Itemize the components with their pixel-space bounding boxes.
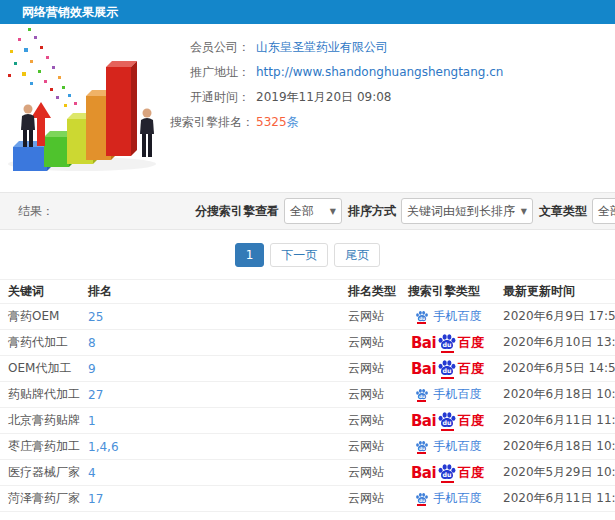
col-header-updated: 最新更新时间	[495, 280, 615, 304]
table-row: 膏药代加工8云网站Baidu百度2020年6月10日 13:40	[0, 330, 615, 356]
mobile-baidu-logo: du手机百度	[414, 386, 482, 403]
keyword-cell: 膏药代加工	[0, 330, 80, 356]
mobile-baidu-logo: du手机百度	[414, 490, 482, 507]
results-table: 关键词 排名 排名类型 搜索引擎类型 最新更新时间 膏药OEM25云网站du手机…	[0, 279, 615, 512]
svg-text:du: du	[418, 394, 424, 399]
keyword-cell: 膏药OEM	[0, 304, 80, 330]
sort-filter-select[interactable]: 关键词由短到长排序 ▼	[401, 198, 533, 224]
company-row: 会员公司： 山东皇圣堂药业有限公司	[170, 39, 615, 56]
promo-url-label: 推广地址：	[170, 64, 250, 81]
table-row: 医疗器械厂家4云网站Baidu百度2020年5月29日 10:32	[0, 460, 615, 486]
filter-bar: 结果： 分搜索引擎查看 全部 ▼ 排序方式 关键词由短到长排序 ▼ 文章类型 全…	[0, 192, 615, 230]
svg-text:du: du	[418, 498, 424, 503]
engine-filter-select[interactable]: 全部 ▼	[284, 198, 342, 224]
keyword-cell: 枣庄膏药加工	[0, 434, 80, 460]
updated-cell: 2020年6月11日 11:40	[495, 486, 615, 512]
baidu-paw-icon: du	[437, 463, 457, 483]
rank-cell[interactable]: 4	[80, 460, 340, 486]
svg-text:du: du	[443, 471, 452, 478]
info-section: 会员公司： 山东皇圣堂药业有限公司 推广地址： http://www.shand…	[0, 24, 615, 192]
keyword-cell: 北京膏药贴牌	[0, 408, 80, 434]
pagination: 1 下一页 尾页	[0, 230, 615, 279]
rank-link: 27	[88, 388, 103, 402]
mobile-baidu-label: 手机百度	[434, 490, 482, 507]
engine-type-cell: du手机百度	[400, 486, 495, 512]
engine-filter-value: 全部	[290, 203, 314, 220]
company-label: 会员公司：	[170, 39, 250, 56]
engine-type-cell: du手机百度	[400, 304, 495, 330]
table-row: OEM代加工9云网站Baidu百度2020年6月5日 14:57	[0, 356, 615, 382]
table-row: 北京膏药贴牌1云网站Baidu百度2020年6月11日 11:18	[0, 408, 615, 434]
rank-cell[interactable]: 9	[80, 356, 340, 382]
keyword-cell: 医疗器械厂家	[0, 460, 80, 486]
keyword-cell: 菏泽膏药厂家	[0, 486, 80, 512]
rank-type-cell: 云网站	[340, 330, 400, 356]
rank-link: 1	[88, 414, 96, 428]
rank-link: 25	[88, 310, 103, 324]
rank-type-cell: 云网站	[340, 434, 400, 460]
updated-cell: 2020年6月9日 17:50	[495, 304, 615, 330]
engine-rank-label: 搜索引擎排名：	[170, 114, 250, 131]
mobile-baidu-label: 手机百度	[434, 438, 482, 455]
engine-type-cell: Baidu百度	[400, 330, 495, 356]
last-page-button[interactable]: 尾页	[334, 243, 380, 267]
businessman-right	[140, 109, 154, 158]
updated-cell: 2020年6月11日 11:18	[495, 408, 615, 434]
member-info-fields: 会员公司： 山东皇圣堂药业有限公司 推广地址： http://www.shand…	[170, 24, 615, 192]
col-header-keyword: 关键词	[0, 280, 80, 304]
engine-type-cell: Baidu百度	[400, 356, 495, 382]
rank-link: 17	[88, 492, 103, 506]
growth-chart-illustration	[0, 24, 170, 188]
engine-type-cell: du手机百度	[400, 434, 495, 460]
next-page-button[interactable]: 下一页	[270, 243, 328, 267]
baidu-paw-icon: du	[437, 333, 457, 353]
updated-cell: 2020年6月10日 13:40	[495, 330, 615, 356]
page-title: 网络营销效果展示	[22, 5, 118, 19]
article-type-label: 文章类型	[539, 203, 587, 220]
chevron-down-icon: ▼	[516, 207, 527, 216]
rank-cell[interactable]: 27	[80, 382, 340, 408]
rank-count: 5325	[256, 115, 287, 129]
promo-url-link[interactable]: http://www.shandonghuangshengtang.cn	[256, 64, 503, 81]
baidu-logo: Baidu百度	[411, 359, 484, 379]
table-row: 膏药OEM25云网站du手机百度2020年6月9日 17:50	[0, 304, 615, 330]
rank-cell[interactable]: 1	[80, 408, 340, 434]
mobile-baidu-label: 手机百度	[434, 386, 482, 403]
rank-cell[interactable]: 17	[80, 486, 340, 512]
baidu-logo: Baidu百度	[411, 463, 484, 483]
rank-type-cell: 云网站	[340, 304, 400, 330]
table-header-row: 关键词 排名 排名类型 搜索引擎类型 最新更新时间	[0, 280, 615, 304]
businessman-left	[21, 105, 35, 148]
rank-type-cell: 云网站	[340, 486, 400, 512]
engine-rank-row: 搜索引擎排名： 5325条	[170, 114, 615, 131]
rank-link: 4	[88, 466, 96, 480]
svg-text:du: du	[443, 367, 452, 374]
rank-link: 8	[88, 336, 96, 350]
rank-cell[interactable]: 25	[80, 304, 340, 330]
keyword-cell: OEM代加工	[0, 356, 80, 382]
article-type-select[interactable]: 全部 ▼	[592, 198, 615, 224]
mobile-baidu-label: 手机百度	[434, 308, 482, 325]
table-row: 菏泽膏药厂家17云网站du手机百度2020年6月11日 11:40	[0, 486, 615, 512]
page-number-current[interactable]: 1	[235, 243, 265, 267]
updated-cell: 2020年6月18日 10:19	[495, 434, 615, 460]
open-time-value: 2019年11月20日 09:08	[256, 89, 391, 106]
col-header-rank: 排名	[80, 280, 340, 304]
engine-type-cell: Baidu百度	[400, 460, 495, 486]
chevron-down-icon: ▼	[325, 207, 336, 216]
engine-type-cell: du手机百度	[400, 382, 495, 408]
svg-text:du: du	[443, 419, 452, 426]
rank-type-cell: 云网站	[340, 356, 400, 382]
rank-cell[interactable]: 1,4,6	[80, 434, 340, 460]
keyword-cell: 药贴牌代加工	[0, 382, 80, 408]
filter-controls: 分搜索引擎查看 全部 ▼ 排序方式 关键词由短到长排序 ▼ 文章类型 全部 ▼ …	[195, 197, 615, 225]
company-link[interactable]: 山东皇圣堂药业有限公司	[256, 39, 388, 56]
baidu-logo: Baidu百度	[411, 411, 484, 431]
page-header: 网络营销效果展示	[0, 0, 615, 24]
rank-link: 9	[88, 362, 96, 376]
rank-type-cell: 云网站	[340, 408, 400, 434]
confetti-dots	[8, 28, 77, 107]
rank-unit: 条	[287, 115, 299, 129]
rank-cell[interactable]: 8	[80, 330, 340, 356]
mobile-baidu-logo: du手机百度	[414, 308, 482, 325]
